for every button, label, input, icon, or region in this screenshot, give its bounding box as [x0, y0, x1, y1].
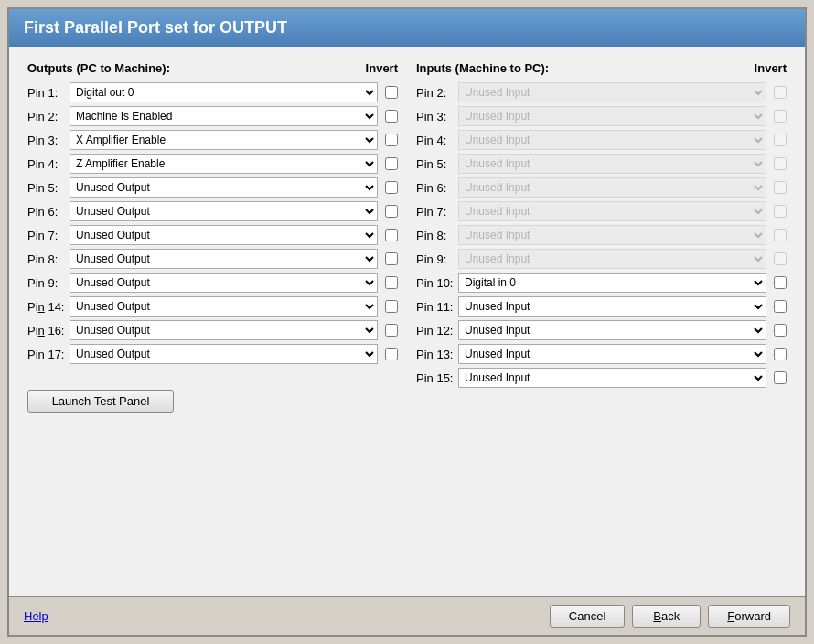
input-pin-13-select[interactable]: Unused Input: [458, 344, 766, 364]
output-pin-16-label: Pin 16:: [27, 324, 66, 338]
input-pin-13-invert[interactable]: [774, 348, 787, 360]
output-pin-16-select[interactable]: Unused Output: [70, 320, 378, 340]
output-pin-6-invert[interactable]: [385, 205, 398, 218]
content-area: Outputs (PC to Machine): Invert Pin 1: D…: [9, 47, 805, 596]
output-pin-9-row: Pin 9: Unused Output: [27, 273, 398, 293]
output-pin-6-row: Pin 6: Unused Output: [27, 201, 398, 221]
input-pin-15-row: Pin 15: Unused Input: [416, 368, 787, 388]
input-pin-9-invert: [774, 252, 787, 265]
output-pin-9-label: Pin 9:: [27, 276, 66, 290]
input-pin-6-select: Unused Input: [458, 177, 766, 198]
output-pin-5-invert[interactable]: [385, 181, 398, 194]
output-pin-4-label: Pin 4:: [27, 157, 66, 171]
outputs-column: Outputs (PC to Machine): Invert Pin 1: D…: [27, 61, 398, 413]
input-pin-2-select: Unused Input: [458, 82, 766, 102]
input-pin-5-select: Unused Input: [458, 154, 766, 174]
output-pin-14-select[interactable]: Unused Output: [70, 296, 378, 317]
input-pin-9-select: Unused Input: [458, 249, 766, 269]
title-bar: First Parallel Port set for OUTPUT: [9, 9, 805, 47]
input-pin-11-select[interactable]: Unused Input: [458, 296, 766, 317]
input-pin-3-select: Unused Input: [458, 106, 766, 126]
output-pin-3-row: Pin 3: X Amplifier Enable Unused Output: [27, 130, 398, 150]
output-pin-1-label: Pin 1:: [27, 86, 66, 100]
input-pin-2-label: Pin 2:: [416, 86, 455, 100]
input-pin-7-select: Unused Input: [458, 201, 766, 221]
input-pin-10-invert[interactable]: [774, 276, 787, 289]
inputs-label: Inputs (Machine to PC):: [416, 61, 549, 75]
input-pin-9-label: Pin 9:: [416, 252, 455, 266]
output-pin-5-select[interactable]: Unused Output: [70, 177, 378, 198]
output-pin-8-invert[interactable]: [385, 252, 398, 265]
input-pin-2-row: Pin 2: Unused Input: [416, 82, 787, 102]
output-pin-5-label: Pin 5:: [27, 181, 66, 195]
back-button[interactable]: Back: [632, 605, 701, 628]
input-pin-12-invert[interactable]: [774, 324, 787, 337]
output-pin-16-invert[interactable]: [385, 324, 398, 337]
output-pin-4-row: Pin 4: Z Amplifier Enable Unused Output: [27, 154, 398, 174]
outputs-label: Outputs (PC to Machine):: [27, 61, 170, 75]
output-pin-17-label: Pin 17:: [27, 348, 66, 361]
footer: Help Cancel Back Forward: [9, 596, 805, 635]
output-pin-5-row: Pin 5: Unused Output: [27, 177, 398, 198]
help-button[interactable]: Help: [24, 609, 48, 623]
outputs-header: Outputs (PC to Machine): Invert: [27, 61, 398, 75]
input-pin-15-select[interactable]: Unused Input: [458, 368, 766, 388]
forward-button[interactable]: Forward: [708, 605, 790, 628]
output-pin-7-invert[interactable]: [385, 229, 398, 242]
input-pin-6-row: Pin 6: Unused Input: [416, 177, 787, 198]
output-pin-6-select[interactable]: Unused Output: [70, 201, 378, 221]
inputs-invert-label: Invert: [755, 61, 787, 75]
input-pin-8-label: Pin 8:: [416, 229, 455, 242]
output-pin-2-invert[interactable]: [385, 110, 398, 123]
input-pin-10-select[interactable]: Digital in 0 Unused Input: [458, 273, 766, 293]
output-pin-2-label: Pin 2:: [27, 110, 66, 123]
input-pin-11-row: Pin 11: Unused Input: [416, 296, 787, 317]
input-pin-7-row: Pin 7: Unused Input: [416, 201, 787, 221]
input-pin-15-invert[interactable]: [774, 371, 787, 384]
output-pin-8-label: Pin 8:: [27, 252, 66, 266]
output-pin-16-row: Pin 16: Unused Output: [27, 320, 398, 340]
window-title: First Parallel Port set for OUTPUT: [24, 18, 287, 37]
input-pin-4-invert: [774, 134, 787, 146]
output-pin-17-invert[interactable]: [385, 348, 398, 360]
inputs-column: Inputs (Machine to PC): Invert Pin 2: Un…: [416, 61, 787, 413]
output-pin-2-select[interactable]: Machine Is Enabled Unused Output: [70, 106, 378, 126]
input-pin-13-row: Pin 13: Unused Input: [416, 344, 787, 364]
input-pin-10-label: Pin 10:: [416, 276, 455, 290]
input-pin-3-row: Pin 3: Unused Input: [416, 106, 787, 126]
inputs-header: Inputs (Machine to PC): Invert: [416, 61, 787, 75]
input-pin-10-row: Pin 10: Digital in 0 Unused Input: [416, 273, 787, 293]
input-pin-7-invert: [774, 205, 787, 218]
input-pin-11-invert[interactable]: [774, 300, 787, 313]
input-pin-8-row: Pin 8: Unused Input: [416, 225, 787, 245]
input-pin-12-label: Pin 12:: [416, 324, 455, 338]
output-pin-14-label: Pin 14:: [27, 300, 66, 314]
output-pin-17-select[interactable]: Unused Output: [70, 344, 378, 364]
output-pin-4-invert[interactable]: [385, 157, 398, 170]
input-pin-5-label: Pin 5:: [416, 157, 455, 171]
output-pin-3-label: Pin 3:: [27, 134, 66, 147]
output-pin-14-invert[interactable]: [385, 300, 398, 313]
output-pin-1-row: Pin 1: Digital out 0 Unused Output: [27, 82, 398, 102]
output-pin-8-row: Pin 8: Unused Output: [27, 249, 398, 269]
output-pin-14-row: Pin 14: Unused Output: [27, 296, 398, 317]
output-pin-1-select[interactable]: Digital out 0 Unused Output: [70, 82, 378, 102]
output-pin-8-select[interactable]: Unused Output: [70, 249, 378, 269]
input-pin-4-label: Pin 4:: [416, 134, 455, 147]
output-pin-1-invert[interactable]: [385, 86, 398, 99]
outputs-invert-label: Invert: [366, 61, 398, 75]
input-pin-3-label: Pin 3:: [416, 110, 455, 123]
input-pin-3-invert: [774, 110, 787, 123]
output-pin-17-row: Pin 17: Unused Output: [27, 344, 398, 364]
output-pin-9-select[interactable]: Unused Output: [70, 273, 378, 293]
output-pin-7-select[interactable]: Unused Output: [70, 225, 378, 245]
cancel-button[interactable]: Cancel: [550, 605, 625, 628]
launch-test-panel-button[interactable]: Launch Test Panel: [27, 390, 174, 413]
input-pin-11-label: Pin 11:: [416, 300, 455, 314]
output-pin-3-invert[interactable]: [385, 134, 398, 146]
output-pin-9-invert[interactable]: [385, 276, 398, 289]
output-pin-4-select[interactable]: Z Amplifier Enable Unused Output: [70, 154, 378, 174]
footer-left: Help: [24, 609, 550, 623]
output-pin-3-select[interactable]: X Amplifier Enable Unused Output: [70, 130, 378, 150]
input-pin-12-select[interactable]: Unused Input: [458, 320, 766, 340]
